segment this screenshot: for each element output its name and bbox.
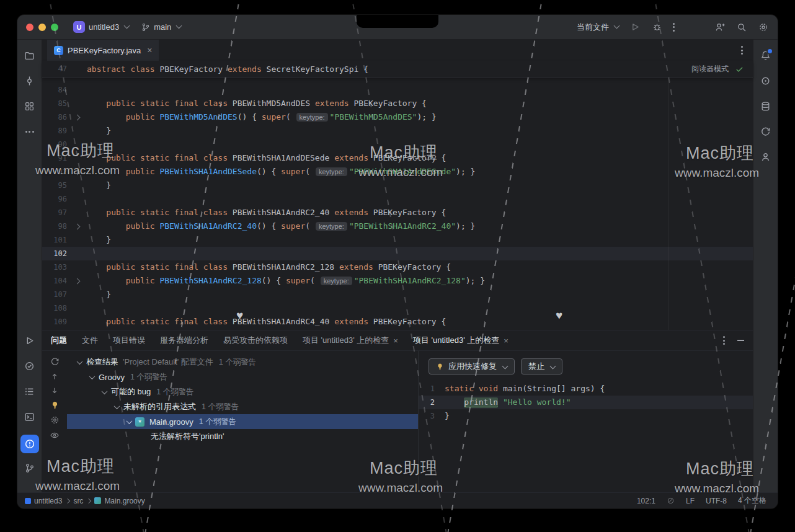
line-number[interactable]: 86 [42,110,67,124]
preview-eye-icon[interactable] [50,430,60,440]
todo-icon[interactable] [22,384,37,399]
tree-row[interactable]: 检查结果'Project Default' 配置文件1 个弱警告 [67,355,418,370]
fold-arrow-icon[interactable] [74,278,80,284]
file-encoding[interactable]: UTF-8 [706,497,727,505]
code-line[interactable]: 92 public PBEWithSHA1AndDESede() { super… [42,165,753,179]
code-line[interactable]: 97 public static final class PBEWithSHA1… [42,206,753,219]
ai-assistant-icon[interactable] [758,73,773,88]
fold-gutter[interactable] [67,115,87,120]
debug-button[interactable] [651,22,662,33]
code-line[interactable]: 96 [42,192,753,206]
code-line[interactable]: 108 [42,301,753,315]
fold-gutter[interactable] [67,224,87,229]
line-number[interactable]: 104 [42,274,67,288]
chevron-down-icon[interactable] [112,405,122,409]
terminal-icon[interactable] [22,409,37,424]
inspection-settings-icon[interactable] [50,415,60,425]
sticky-header-line[interactable]: 47 abstract class PBEKeyFactory extends … [42,61,753,78]
project-folder-icon[interactable] [22,48,37,63]
code-preview[interactable]: 1static void main(String[] args) {2 prin… [419,382,753,423]
line-separator[interactable]: LF [686,497,695,505]
preview-line[interactable]: 2 println "Hello world!" [419,396,753,409]
line-number[interactable]: 109 [42,315,67,329]
problems-tab[interactable]: 服务器端分析 [160,335,208,346]
previous-problem-icon[interactable] [50,372,59,381]
more-tool-windows-icon[interactable] [22,124,37,139]
run-tool-icon[interactable] [22,333,37,348]
next-problem-icon[interactable] [50,386,59,395]
code-line[interactable]: 95 } [42,179,753,192]
run-button[interactable] [629,22,641,33]
structure-icon[interactable] [22,99,37,113]
add-user-icon[interactable] [714,22,726,33]
code-line[interactable]: 98 public PBEWithSHA1AndRC2_40() { super… [42,219,753,233]
line-number[interactable]: 92 [42,165,67,179]
line-number[interactable]: 98 [42,219,67,233]
caret-position[interactable]: 102:1 [637,497,655,505]
commit-icon[interactable] [22,73,37,88]
minimize-window-button[interactable] [38,24,46,31]
code-line[interactable]: 103 public static final class PBEWithSHA… [42,260,753,274]
line-number[interactable]: 103 [42,260,67,274]
line-number[interactable]: 97 [42,206,67,219]
branch-selector[interactable]: main [141,22,181,32]
breadcrumb-item[interactable]: untitled3 [25,497,62,505]
code-line[interactable]: 89 } [42,124,753,138]
problems-tab[interactable]: 文件 [82,335,98,346]
chevron-down-icon[interactable] [99,390,109,394]
project-selector[interactable]: U untitled3 [73,21,129,33]
tree-row[interactable]: 未解析的引用表达式1 个弱警告 [67,399,418,414]
chevron-down-icon[interactable] [74,360,84,365]
problems-tab-inspection[interactable]: 项目 'untitled3' 上的检查× [303,335,398,346]
tool-window-options-icon[interactable] [723,336,725,345]
suppress-button[interactable]: 禁止 [521,358,562,375]
services-icon[interactable] [22,358,37,373]
preview-line[interactable]: 1static void main(String[] args) { [419,382,753,396]
close-icon[interactable]: × [147,46,152,55]
line-number[interactable]: 102 [42,247,67,260]
line-number[interactable]: 90 [42,138,67,151]
breadcrumb-item[interactable]: Main.groovy [94,497,144,505]
line-number[interactable]: 108 [42,301,67,315]
code-line[interactable]: 91 public static final class PBEWithSHA1… [42,151,753,165]
problems-tab[interactable]: 易受攻击的依赖项 [223,335,288,346]
reader-mode-label[interactable]: 阅读器模式 [691,64,729,74]
fold-arrow-icon[interactable] [74,114,80,120]
fold-gutter[interactable] [67,170,87,174]
indent-style[interactable]: 4 个空格 [738,495,766,506]
close-icon[interactable]: × [504,336,509,345]
settings-gear-icon[interactable] [758,22,769,33]
line-number[interactable]: 89 [42,124,67,138]
apply-quick-fix-button[interactable]: 应用快速修复 [429,358,515,375]
code-line[interactable]: 104 public PBEWithSHA1AndRC2_128() { sup… [42,274,753,288]
code-editor[interactable]: 8485 public static final class PBEWithMD… [42,77,753,330]
zoom-window-button[interactable] [51,24,58,31]
problems-tab-inspection[interactable]: 项目 'untitled3' 上的检查× [413,335,509,346]
line-number[interactable]: 84 [42,83,67,97]
more-actions-icon[interactable] [673,23,675,32]
code-line[interactable]: 101 } [42,233,753,247]
code-line[interactable]: 107 } [42,288,753,301]
code-line[interactable]: 86 public PBEWithMD5AndDES() { super( ke… [42,110,753,124]
line-number[interactable]: 95 [42,179,67,192]
line-number[interactable]: 107 [42,288,67,301]
line-number[interactable]: 85 [42,97,67,110]
version-control-icon[interactable] [22,461,37,476]
tree-row[interactable]: 无法解析符号'println' [67,429,418,444]
database-icon[interactable] [758,99,773,113]
run-config-selector[interactable]: 当前文件 [577,22,619,33]
rerun-inspection-icon[interactable] [50,357,60,366]
notifications-bell-icon[interactable] [758,48,773,63]
readonly-icon[interactable] [667,497,675,505]
code-line[interactable]: 102 [42,247,753,260]
line-number[interactable]: 101 [42,233,67,247]
tree-row[interactable]: Main.groovy1 个弱警告 [67,414,418,429]
tab-options-icon[interactable] [741,46,743,55]
editor-tab[interactable]: C PBEKeyFactory.java × [47,40,159,61]
chevron-down-icon[interactable] [87,375,97,379]
problems-tool-icon[interactable] [20,435,39,453]
tree-row[interactable]: 可能的 bug1 个弱警告 [67,384,418,399]
search-icon[interactable] [736,22,747,33]
hide-tool-window-icon[interactable] [737,340,744,341]
inspection-ok-icon[interactable] [735,64,744,74]
